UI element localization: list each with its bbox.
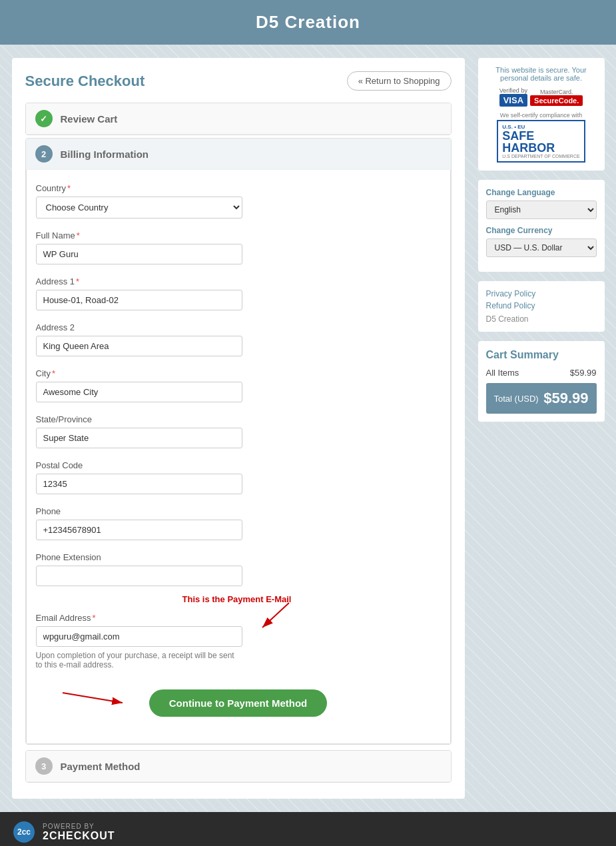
twocheckout-badge: 2cc bbox=[13, 821, 35, 843]
visa-badge: Verified by VISA bbox=[499, 87, 527, 107]
sidebar: This website is secure. Your personal de… bbox=[478, 58, 605, 799]
step-payment-header: 3 Payment Method bbox=[26, 751, 451, 782]
safeharbor-badge: U.S. • EU SAFE HARBOR U.S DEPARTMENT OF … bbox=[497, 120, 585, 163]
phone-group: Phone bbox=[36, 506, 441, 540]
all-items-price: $59.99 bbox=[570, 368, 597, 378]
cart-summary: Cart Summary All Items $59.99 Total (USD… bbox=[478, 341, 605, 422]
security-badges: This website is secure. Your personal de… bbox=[478, 58, 605, 171]
billing-form: Country* Choose Country United States Un… bbox=[26, 170, 451, 744]
cart-total-label: Total (USD) bbox=[494, 394, 539, 404]
address1-group: Address 1* bbox=[36, 276, 441, 310]
main-content: Secure Checkout « Return to Shopping ✓ R… bbox=[12, 58, 465, 799]
address2-label: Address 2 bbox=[36, 322, 441, 332]
cart-summary-title: Cart Summary bbox=[486, 349, 597, 361]
site-header: D5 Creation bbox=[0, 0, 616, 45]
step-billing-header: 2 Billing Information bbox=[26, 139, 451, 170]
cart-total-amount: $59.99 bbox=[543, 390, 588, 407]
privacy-policy-link[interactable]: Privacy Policy bbox=[486, 289, 597, 298]
all-items-label: All Items bbox=[486, 368, 519, 378]
step-review-cart-header: ✓ Review Cart bbox=[26, 103, 451, 135]
step-billing-info: 2 Billing Information Country* Choose Co… bbox=[25, 138, 452, 745]
step-review-cart: ✓ Review Cart bbox=[25, 103, 452, 135]
email-label: Email Address* bbox=[36, 613, 441, 623]
change-currency-label: Change Currency bbox=[486, 226, 597, 235]
step-billing-label: Billing Information bbox=[61, 149, 149, 160]
step-review-cart-label: Review Cart bbox=[61, 113, 118, 125]
language-select[interactable]: English French German Spanish bbox=[486, 201, 597, 219]
checkout-header: Secure Checkout « Return to Shopping bbox=[25, 71, 452, 91]
security-text: This website is secure. Your personal de… bbox=[486, 66, 597, 82]
continue-arrow bbox=[56, 683, 136, 716]
currency-select[interactable]: USD — U.S. Dollar EUR — Euro GBP — Briti… bbox=[486, 238, 597, 257]
annotation-arrow bbox=[249, 600, 302, 633]
powered-by-text: POWERED BY bbox=[43, 823, 115, 830]
address2-group: Address 2 bbox=[36, 322, 441, 356]
state-group: State/Province bbox=[36, 414, 441, 448]
step-payment-label: Payment Method bbox=[61, 761, 141, 772]
step-payment-icon: 3 bbox=[35, 757, 53, 775]
country-label: Country* bbox=[36, 183, 441, 193]
postal-label: Postal Code bbox=[36, 460, 441, 470]
mastercard-badge: MasterCard. SecureCode. bbox=[530, 89, 583, 106]
svg-line-1 bbox=[262, 603, 289, 628]
country-group: Country* Choose Country United States Un… bbox=[36, 183, 441, 218]
badge-row: Verified by VISA MasterCard. SecureCode. bbox=[486, 87, 597, 107]
change-language-label: Change Language bbox=[486, 188, 597, 197]
refund-policy-link[interactable]: Refund Policy bbox=[486, 301, 597, 310]
email-group: This is the Payment E-Mail Email Address… bbox=[36, 613, 441, 669]
phone-ext-group: Phone Extension bbox=[36, 552, 441, 586]
return-to-shopping-button[interactable]: « Return to Shopping bbox=[347, 71, 452, 91]
phone-ext-label: Phone Extension bbox=[36, 552, 441, 562]
postal-group: Postal Code bbox=[36, 460, 441, 494]
step-billing-icon: 2 bbox=[35, 145, 53, 163]
step-review-cart-icon: ✓ bbox=[35, 110, 53, 127]
checkout-title: Secure Checkout bbox=[25, 73, 145, 90]
email-input[interactable] bbox=[36, 626, 242, 647]
phone-ext-input[interactable] bbox=[36, 566, 242, 586]
phone-input[interactable] bbox=[36, 520, 242, 540]
address1-input[interactable] bbox=[36, 290, 242, 310]
visa-logo: VISA bbox=[499, 94, 527, 107]
phone-label: Phone bbox=[36, 506, 441, 516]
city-group: City* bbox=[36, 368, 441, 402]
footer-brand: 2CHECKOUT bbox=[43, 830, 115, 842]
site-title: D5 Creation bbox=[256, 12, 360, 32]
address1-label: Address 1* bbox=[36, 276, 441, 286]
sidebar-links: Privacy Policy Refund Policy D5 Creation bbox=[478, 281, 605, 332]
address2-input[interactable] bbox=[36, 336, 242, 356]
postal-input[interactable] bbox=[36, 474, 242, 494]
footer-text-block: POWERED BY 2CHECKOUT bbox=[43, 823, 115, 842]
language-currency-panel: Change Language English French German Sp… bbox=[478, 180, 605, 272]
receipt-note: Upon completion of your purchase, a rece… bbox=[36, 651, 242, 669]
safeharbor-container: We self-certify compliance with U.S. • E… bbox=[486, 112, 597, 163]
city-input[interactable] bbox=[36, 382, 242, 402]
cart-total-row: Total (USD) $59.99 bbox=[486, 383, 597, 414]
country-select[interactable]: Choose Country United States United King… bbox=[36, 197, 242, 218]
fullname-group: Full Name* bbox=[36, 230, 441, 264]
continue-to-payment-button[interactable]: Continue to Payment Method bbox=[149, 689, 328, 717]
state-input[interactable] bbox=[36, 428, 242, 448]
city-label: City* bbox=[36, 368, 441, 378]
fullname-input[interactable] bbox=[36, 244, 242, 264]
sidebar-brand: D5 Creation bbox=[486, 314, 597, 324]
cart-all-items-row: All Items $59.99 bbox=[486, 368, 597, 378]
state-label: State/Province bbox=[36, 414, 441, 424]
svg-line-3 bbox=[63, 693, 123, 703]
continue-btn-area: Continue to Payment Method bbox=[36, 689, 441, 717]
safeharbor-dept: U.S DEPARTMENT OF COMMERCE bbox=[502, 154, 579, 159]
step-payment-method: 3 Payment Method bbox=[25, 750, 452, 783]
fullname-label: Full Name* bbox=[36, 230, 441, 240]
safeharbor-compliance-text: We self-certify compliance with bbox=[486, 112, 597, 119]
footer: 2cc POWERED BY 2CHECKOUT bbox=[0, 812, 616, 846]
mastercard-logo: SecureCode. bbox=[530, 95, 583, 106]
safeharbor-logo: SAFE bbox=[502, 130, 579, 142]
